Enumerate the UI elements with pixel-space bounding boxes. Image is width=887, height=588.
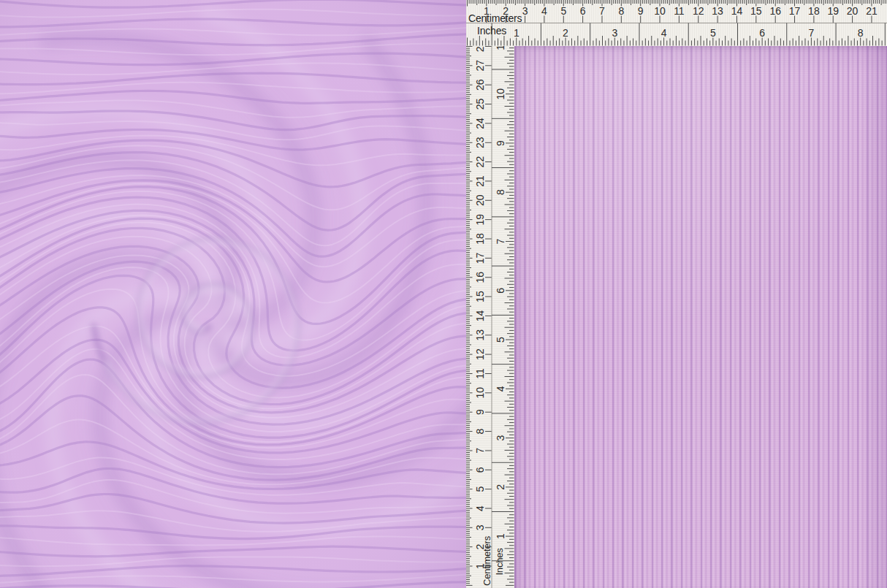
- svg-text:6: 6: [580, 5, 586, 17]
- svg-text:14: 14: [474, 310, 486, 321]
- svg-text:17: 17: [789, 5, 801, 17]
- svg-text:3: 3: [474, 524, 486, 530]
- svg-text:5: 5: [495, 337, 506, 343]
- svg-text:20: 20: [847, 5, 859, 17]
- svg-text:11: 11: [674, 5, 685, 17]
- flat-fabric-swatch: [514, 46, 887, 588]
- svg-text:4: 4: [541, 5, 547, 17]
- svg-text:8: 8: [618, 5, 624, 17]
- svg-text:9: 9: [638, 5, 644, 17]
- svg-text:8: 8: [474, 428, 486, 434]
- svg-text:5: 5: [710, 27, 716, 39]
- svg-text:28: 28: [474, 46, 486, 52]
- svg-text:9: 9: [474, 409, 486, 415]
- svg-text:10: 10: [495, 88, 506, 100]
- left-ruler-scale: 2827262524232221201918171615141312111098…: [466, 46, 514, 588]
- svg-text:8: 8: [495, 189, 506, 195]
- svg-text:7: 7: [809, 27, 815, 39]
- svg-text:19: 19: [827, 5, 839, 17]
- svg-text:2: 2: [495, 484, 506, 490]
- svg-text:20: 20: [474, 194, 486, 206]
- svg-text:6: 6: [474, 467, 486, 473]
- top-ruler-scale: 1234567891011121314151617181920211234567…: [466, 0, 887, 46]
- svg-text:5: 5: [474, 486, 486, 492]
- svg-text:17: 17: [474, 252, 486, 264]
- svg-text:3: 3: [612, 27, 617, 39]
- svg-text:11: 11: [495, 46, 506, 50]
- svg-text:8: 8: [858, 27, 864, 39]
- svg-text:13: 13: [474, 329, 486, 341]
- svg-text:27: 27: [474, 60, 486, 72]
- svg-text:7: 7: [495, 238, 506, 244]
- svg-text:15: 15: [474, 291, 486, 302]
- svg-text:12: 12: [474, 348, 486, 360]
- svg-text:19: 19: [474, 214, 486, 226]
- left-ruler-centimeters-label: Centimeters: [482, 536, 492, 586]
- left-ruler-inches-label: Inches: [495, 548, 504, 575]
- svg-text:7: 7: [599, 5, 605, 17]
- svg-text:3: 3: [495, 435, 506, 440]
- svg-text:4: 4: [495, 386, 506, 392]
- swirled-fabric-half: [0, 0, 466, 588]
- svg-text:23: 23: [474, 137, 486, 148]
- svg-text:4: 4: [661, 27, 667, 39]
- svg-text:24: 24: [474, 118, 486, 129]
- svg-text:9: 9: [495, 140, 506, 146]
- svg-text:16: 16: [769, 5, 781, 17]
- svg-text:18: 18: [808, 5, 820, 17]
- svg-text:16: 16: [474, 272, 486, 283]
- top-ruler-inches-label: Inches: [477, 26, 506, 36]
- svg-text:26: 26: [474, 79, 486, 91]
- svg-text:18: 18: [474, 233, 486, 245]
- svg-text:11: 11: [474, 368, 486, 379]
- svg-text:14: 14: [731, 5, 743, 17]
- svg-text:15: 15: [750, 5, 762, 17]
- top-ruler: 1234567891011121314151617181920211234567…: [466, 0, 887, 46]
- svg-text:25: 25: [474, 99, 486, 110]
- svg-text:10: 10: [654, 5, 666, 17]
- svg-text:4: 4: [474, 505, 486, 511]
- left-ruler: 2827262524232221201918171615141312111098…: [466, 46, 514, 588]
- svg-text:12: 12: [693, 5, 704, 17]
- svg-text:6: 6: [759, 27, 765, 39]
- svg-text:1: 1: [495, 533, 506, 539]
- svg-text:10: 10: [474, 387, 486, 399]
- fabric-swirl: [0, 0, 466, 588]
- svg-text:6: 6: [495, 288, 506, 294]
- svg-text:2: 2: [563, 27, 568, 39]
- svg-text:5: 5: [560, 5, 566, 17]
- top-ruler-centimeters-label: Centimeters: [468, 13, 522, 23]
- svg-text:13: 13: [712, 5, 723, 17]
- svg-text:7: 7: [474, 448, 486, 454]
- svg-text:3: 3: [522, 5, 528, 17]
- svg-text:1: 1: [514, 27, 519, 39]
- svg-text:21: 21: [866, 5, 878, 17]
- svg-text:21: 21: [474, 175, 486, 187]
- fabric-product-photo: 1234567891011121314151617181920211234567…: [0, 0, 887, 588]
- svg-text:22: 22: [474, 156, 486, 168]
